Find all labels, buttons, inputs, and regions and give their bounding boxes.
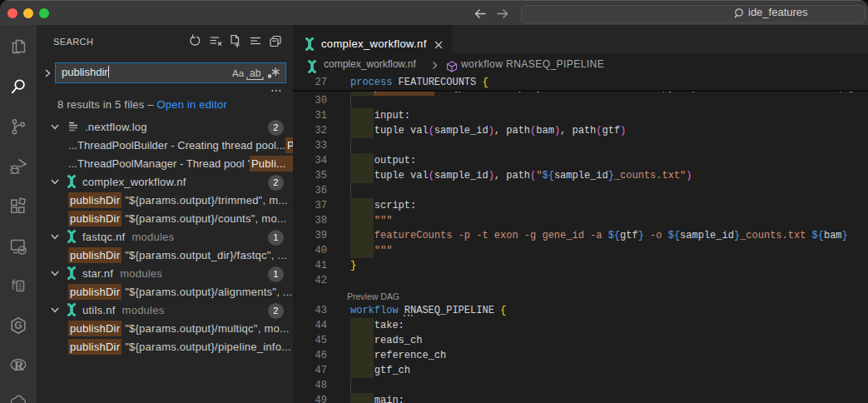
svg-text:R: R xyxy=(14,359,24,373)
svg-text:G: G xyxy=(14,320,22,331)
